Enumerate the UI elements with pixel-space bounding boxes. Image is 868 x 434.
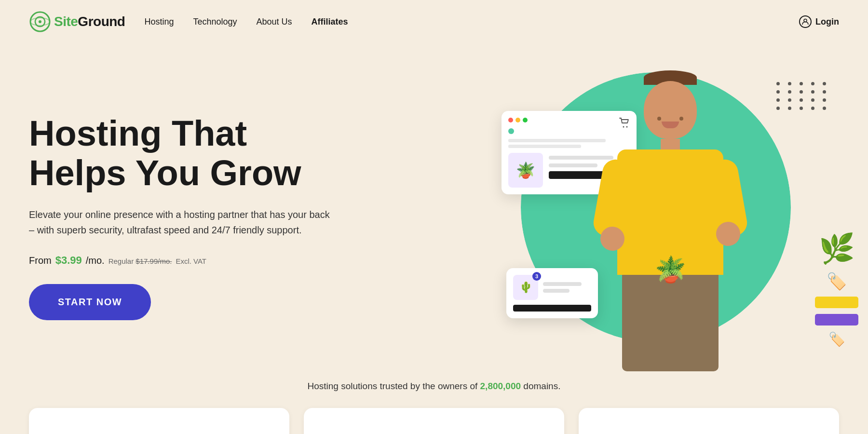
pricing-price: $3.99 (55, 254, 82, 267)
person-body-shape: 🪴 (617, 149, 723, 275)
browser-dot-green (523, 118, 528, 122)
pricing-row: From $3.99 /mo. Regular $17.99/mo. Excl.… (29, 254, 338, 267)
person-head-shape (644, 81, 697, 139)
bottom-cards-row (0, 400, 868, 434)
price-tag-small-decoration: 🏷️ (828, 331, 845, 347)
hero-section: Hosting That Helps You Grow Elevate your… (0, 43, 868, 371)
logo[interactable]: SiteGround (29, 11, 125, 33)
svg-point-2 (39, 20, 41, 23)
pricing-from: From (29, 255, 52, 266)
trust-text-before: Hosting solutions trusted by the owners … (308, 381, 478, 391)
nav-links: Hosting Technology About Us Affiliates (144, 17, 348, 27)
trust-text-after: domains. (523, 381, 560, 391)
trust-domain-count: 2,800,000 (480, 381, 521, 391)
login-label: Login (815, 17, 839, 27)
tall-plant-decoration: 🌿 (819, 231, 855, 266)
brand-name: SiteGround (54, 14, 125, 29)
cart-badge: 3 (532, 272, 541, 281)
login-button[interactable]: Login (799, 15, 839, 28)
navbar: SiteGround Hosting Technology About Us A… (0, 0, 868, 43)
nav-affiliates[interactable]: Affiliates (312, 17, 348, 27)
hero-title: Hosting That Helps You Grow (29, 114, 338, 192)
hero-subtitle: Elevate your online presence with a host… (29, 207, 338, 238)
cactus-icon: 🌵 (519, 281, 532, 294)
siteground-logo-icon (29, 11, 51, 33)
product-thumbnail: 🪴 (508, 153, 543, 188)
browser-dot-red (508, 118, 513, 122)
login-icon (799, 15, 812, 28)
bottom-card-3[interactable] (579, 408, 839, 434)
svg-point-4 (804, 19, 807, 22)
nav-technology[interactable]: Technology (193, 17, 237, 27)
hero-visual: 🪴 (410, 43, 868, 371)
start-now-button[interactable]: START NOW (29, 284, 151, 320)
trust-bar: Hosting solutions trusted by the owners … (0, 371, 868, 400)
price-tag-decoration: 🏷️ (827, 271, 847, 291)
hero-content: Hosting That Helps You Grow Elevate your… (29, 104, 338, 320)
nav-hosting[interactable]: Hosting (144, 17, 174, 27)
browser-dot-yellow (515, 118, 520, 122)
small-product-thumbnail: 🌵 3 (513, 275, 538, 300)
pricing-regular: Regular $17.99/mo. (108, 257, 172, 265)
user-circle-icon (801, 18, 809, 26)
person-pants-shape (622, 275, 719, 371)
pricing-per: /mo. (86, 255, 105, 266)
woman-illustration: 🪴 (579, 58, 762, 371)
right-decorations: 🌿 🏷️ 🏷️ (815, 231, 858, 347)
person-neck (661, 139, 680, 149)
nav-about-us[interactable]: About Us (257, 17, 292, 27)
yellow-block-decoration (815, 297, 858, 308)
plant-icon: 🪴 (516, 161, 535, 179)
pricing-vat: Excl. VAT (176, 257, 206, 265)
bottom-card-1[interactable] (29, 408, 289, 434)
bottom-card-2[interactable] (304, 408, 564, 434)
dot-pattern-decoration (776, 82, 829, 110)
status-dot (508, 128, 514, 134)
purple-block-decoration (815, 314, 858, 326)
held-plant-decoration: 🪴 (655, 255, 686, 285)
